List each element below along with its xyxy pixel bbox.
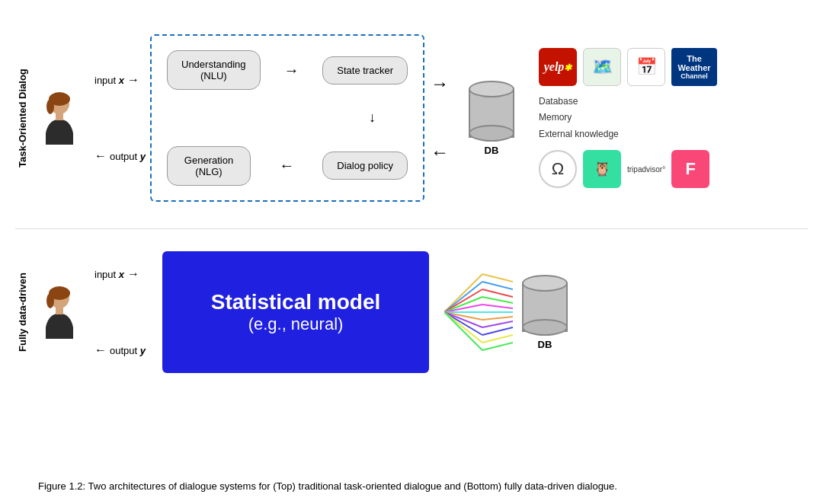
section-bottom: Fully data-driven input x → ← output y — [15, 232, 808, 392]
svg-point-6 — [46, 293, 54, 308]
model-subtitle: (e.g., neural) — [248, 314, 344, 334]
io-col-top: input x → ← output y — [94, 42, 146, 194]
input-row-top: input x → — [94, 73, 146, 87]
section-label-top: Task-Oriented Dialog — [15, 15, 29, 221]
svg-point-2 — [46, 99, 54, 114]
neural-wires-svg — [444, 259, 513, 365]
input-arrow-bottom: → — [127, 267, 139, 281]
output-arrow-bottom: ← — [94, 343, 107, 357]
input-label-top: input x — [94, 75, 124, 86]
pipeline-box: Understanding(NLU) → State tracker ↓ Gen… — [150, 34, 424, 202]
statistical-model-box: Statistical model (e.g., neural) — [162, 251, 429, 373]
nlg-box: Generation(NLG) — [167, 146, 251, 186]
weather-line1: The — [687, 54, 702, 63]
section-divider — [15, 228, 808, 229]
cylinder-top-top — [469, 81, 514, 97]
cylinder-top-bottom — [522, 275, 568, 292]
svg-rect-3 — [56, 113, 63, 120]
output-label-bottom: output y — [110, 345, 146, 356]
resources-col: yelp✱ 🗺️ 📅 The Weather Channel DatabaseM… — [539, 48, 717, 189]
figure-caption: Figure 1.2: Two architectures of dialogu… — [38, 479, 785, 495]
svg-line-29 — [482, 343, 513, 350]
input-label-bottom: input x — [94, 269, 124, 280]
output-label-top: output y — [110, 151, 146, 162]
svg-line-25 — [482, 317, 513, 320]
model-title: Statistical model — [211, 290, 381, 314]
resource-middle-row: DatabaseMemoryExternal knowledge — [539, 94, 717, 143]
caption-text: Figure 1.2: Two architectures of dialogu… — [38, 480, 617, 492]
svg-line-21 — [482, 289, 513, 297]
svg-rect-7 — [56, 307, 63, 314]
cylinder-bottom-top — [469, 125, 514, 142]
output-row-bottom: ← output y — [94, 343, 146, 357]
foursquare-icon: F — [671, 150, 709, 188]
input-arrow-top: → — [127, 73, 139, 87]
db-label-bottom: DB — [538, 339, 552, 350]
resource-text: DatabaseMemoryExternal knowledge — [539, 94, 619, 143]
avatar-col-bottom — [37, 285, 82, 339]
input-row-bottom: input x → — [94, 267, 146, 281]
svg-line-27 — [482, 327, 513, 335]
top-row-boxes: Understanding(NLU) → State tracker — [167, 50, 408, 90]
nlu-box: Understanding(NLU) — [167, 50, 261, 90]
main-container: Task-Oriented Dialog input x → — [0, 0, 823, 504]
svg-line-19 — [482, 274, 513, 282]
section-label-bottom: Fully data-driven — [15, 232, 29, 392]
arrow-to-db-top: → — [431, 73, 449, 94]
section-top: Task-Oriented Dialog input x → — [15, 15, 808, 221]
state-tracker-box: State tracker — [322, 56, 408, 85]
calendar-icon: 📅 — [627, 48, 665, 86]
map-icon: 🗺️ — [583, 48, 621, 86]
output-arrow-top: ← — [94, 149, 107, 163]
cylinder-shape-top — [469, 81, 514, 142]
svg-line-15 — [444, 312, 482, 327]
db-cylinder-top: DB — [469, 81, 514, 156]
svg-line-22 — [482, 297, 513, 303]
avatar-col-top — [37, 91, 82, 145]
resource-row-bottom: Ω 🦉 tripadvisor° F — [539, 150, 717, 188]
svg-line-28 — [482, 335, 513, 343]
db-cylinder-bottom: DB — [522, 275, 568, 350]
arrow-from-db-top: ← — [431, 142, 449, 163]
tripadvisor-icon: 🦉 — [583, 150, 621, 188]
bottom-row-boxes: Generation(NLG) ← Dialog policy — [167, 146, 408, 186]
output-row-top: ← output y — [94, 149, 146, 163]
db-label-top: DB — [485, 145, 499, 156]
svg-line-26 — [482, 321, 513, 327]
weather-channel-icon: The Weather Channel — [671, 48, 717, 86]
svg-line-20 — [482, 282, 513, 289]
vertical-arrow-container: ↓ — [167, 110, 408, 126]
svg-line-11 — [444, 297, 482, 312]
state-to-policy-arrow: ↓ — [369, 110, 376, 126]
resource-row-top: yelp✱ 🗺️ 📅 The Weather Channel — [539, 48, 717, 86]
dialog-policy-box: Dialog policy — [322, 152, 408, 180]
weather-line2: Weather — [677, 63, 710, 72]
db-arrows-top: → ← — [431, 49, 449, 187]
cylinder-bottom-bottom — [522, 319, 568, 336]
cylinder-shape-bottom — [522, 275, 568, 336]
wikipedia-icon: Ω — [539, 150, 577, 188]
tripadvisor-label: tripadvisor° — [627, 165, 665, 174]
weather-line3: Channel — [680, 72, 708, 80]
avatar-bottom — [37, 285, 82, 339]
svg-line-23 — [482, 305, 513, 308]
nlu-to-state-arrow: → — [283, 62, 299, 79]
avatar-top — [37, 91, 82, 145]
yelp-icon: yelp✱ — [539, 48, 577, 86]
io-col-bottom: input x → ← output y — [94, 236, 146, 388]
policy-to-nlg-arrow: ← — [279, 157, 294, 174]
